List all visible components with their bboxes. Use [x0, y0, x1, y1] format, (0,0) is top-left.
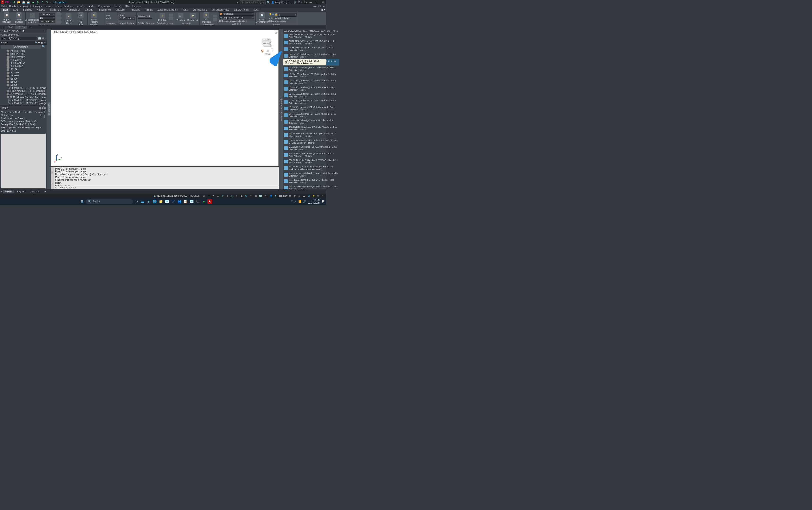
taskbar-app-icon[interactable]: 📞 — [195, 199, 200, 204]
command-input[interactable]: ▸_Befehl eingeben — [54, 186, 279, 189]
layout-modell[interactable]: Modell — [3, 190, 14, 193]
minimize-button[interactable]: — — [308, 1, 313, 3]
tree-node[interactable]: Sch 80 CPVC — [0, 62, 47, 65]
reload-icon[interactable]: ↻ — [44, 41, 46, 44]
palette-item[interactable]: LD-HV 150,Undefined_ET (SuCri Module 1 -… — [283, 92, 339, 99]
ribbon-tab-stahlbau[interactable]: Stahlbau — [21, 8, 34, 11]
ribbon-tab-express[interactable]: Express Tools — [191, 8, 209, 11]
viewport-config[interactable]: ▦ Einzelnes Ansichtsfenster ▾ — [219, 20, 255, 22]
menu-einfuegen[interactable]: Einfügen — [33, 5, 42, 7]
compass-icon[interactable]: ⊕ — [106, 15, 108, 17]
status-customize-icon[interactable]: ≡ — [321, 194, 325, 197]
status-grid-icon[interactable]: ⊞ — [202, 194, 206, 197]
cart-icon[interactable]: 🛒 — [294, 1, 297, 3]
menu-zeichnen[interactable]: Zeichnen — [64, 5, 74, 7]
zoom-in-icon[interactable]: 🔍 — [35, 41, 37, 44]
app-switcher-icon[interactable]: Ⓐ ▾ — [298, 0, 302, 4]
menu-express[interactable]: Express — [132, 5, 141, 7]
tree-node[interactable]: PN15CM1S01 — [0, 56, 47, 59]
pcf-zu-rohr-button[interactable]: PCFPCF zu Rohr — [75, 12, 86, 26]
menu-bearbeiten[interactable]: Bearbeiten — [9, 5, 21, 7]
palette-item[interactable]: LD-HV 200,Undefined_ET (SuCri Module 1 -… — [283, 99, 339, 105]
tree-node[interactable]: SuCri Module 1 - BE 2_3 Extension — [0, 92, 47, 96]
new-icon[interactable]: 🗋 — [12, 0, 16, 4]
project-tree[interactable]: PN09SP1S01PN15CL1S01PN15CM1S01Sch 40 PVC… — [0, 49, 47, 105]
tree-node[interactable]: SS150 — [0, 68, 47, 71]
layout-2[interactable]: Layout2 — [29, 190, 42, 193]
status-gizmo-icon[interactable]: ✦ — [263, 194, 267, 197]
print-icon[interactable]: 🖶 — [36, 0, 39, 4]
tree-node[interactable]: Sch 40 PVC — [0, 59, 47, 62]
status-clean-icon[interactable]: ▭ — [316, 194, 320, 197]
ribbon-tab-analyse[interactable]: Analyse — [35, 8, 48, 11]
status-btn[interactable]: ▾ — [211, 194, 215, 197]
ribbon-tab-addins[interactable]: Add-ins — [143, 8, 154, 11]
status-3dosnap-icon[interactable]: ◊ — [235, 194, 239, 197]
spotify-icon[interactable]: ● — [201, 199, 206, 204]
panel-kompass-label[interactable]: Kompass ▾ — [106, 22, 117, 24]
menu-bemassen[interactable]: Bemaßen — [76, 5, 86, 7]
combo-unbenannt[interactable]: Unbenannt▾ — [39, 13, 55, 16]
layout-add-button[interactable]: + — [42, 190, 49, 193]
autocad-icon[interactable]: A — [207, 199, 212, 204]
open-icon[interactable]: 📂 — [17, 0, 21, 4]
status-scale-icon[interactable]: 1:1▾ — [283, 194, 287, 197]
status-btn[interactable]: ⊞ — [307, 194, 311, 197]
tree-node[interactable]: PN15CL1S01 — [0, 53, 47, 56]
tray-network-icon[interactable]: 📶 — [298, 200, 301, 203]
tree-node[interactable]: SS1500 — [0, 71, 47, 74]
ribbon-tab-modellieren[interactable]: Modellieren — [48, 8, 64, 11]
current-project-dropdown[interactable]: Internal_Training — [1, 36, 37, 40]
palette-item[interactable]: LR-H 20,Undefined_ET (SuCri Module 1 - S… — [283, 118, 339, 125]
ribbon-small-icon[interactable] — [56, 12, 61, 16]
tree-node[interactable]: PN09SP1S01 — [0, 50, 47, 53]
palette-item[interactable]: LC-HV 150,Undefined_ET (SuCri Module 1 -… — [283, 72, 339, 79]
filetab-001[interactable]: 001* × — [16, 26, 27, 29]
leitungsverlauf-button[interactable]: 〰Leitungsverlauf erstellen — [27, 12, 38, 23]
alle-anzeigen-button[interactable]: 👁Alle anzeigen — [201, 12, 212, 23]
ribbon-tab-lisega[interactable]: LISEGA Tools — [232, 8, 251, 11]
taskbar-search[interactable]: 🔍Suche — [86, 199, 133, 204]
tree-icon[interactable]: ☰ — [38, 41, 40, 44]
palette-item[interactable]: LA-HV 90,Undefined_ET (SuCri Module 1 - … — [283, 66, 339, 72]
status-hw-icon[interactable]: ⚡ — [312, 194, 315, 197]
ribbon-small-icon[interactable] — [56, 20, 61, 24]
ribbon-small-icon[interactable] — [169, 17, 173, 20]
filetab-menu-icon[interactable]: ≡ — [1, 26, 5, 29]
tray-volume-icon[interactable]: 🔊 — [303, 200, 306, 203]
layer-combo[interactable]: 0▾ — [278, 13, 297, 17]
palette-item[interactable]: LD-HV 90,Undefined_ET (SuCri Module 1 - … — [283, 105, 339, 112]
palette-item[interactable]: BG61 T100-1/2",Undefined_ET (SuCri Modul… — [283, 39, 339, 46]
status-btn[interactable]: ✚ — [293, 194, 296, 197]
palette-list[interactable]: BG60 T100-1/2",Undefined_ET (SuCri Modul… — [283, 33, 339, 189]
ribbon-tab-verwalten[interactable]: Verwalten — [114, 8, 128, 11]
qat-dropdown-icon[interactable]: ▾ — [10, 1, 11, 3]
layer-eigenschaften-button[interactable]: 📑Layer- Eigenschaften — [257, 12, 268, 23]
wks-badge[interactable]: WKS — [264, 53, 271, 55]
ribbon-small-icon[interactable] — [169, 14, 173, 17]
viewcube[interactable]: OBEN VORNE RECHTS — [257, 35, 273, 49]
ribbon-tab-visualisieren[interactable]: Visualisieren — [65, 8, 82, 11]
palette-item[interactable]: FR-H 20,Undefined_ET (SuCri Module 1 - S… — [283, 46, 339, 52]
cmd-close-icon[interactable]: ✕ — [51, 171, 53, 173]
combo-visualstyle[interactable]: 🎨 Konzeptuell▾ — [219, 12, 255, 16]
linie-zu-rohr-button[interactable]: ╱Linie zu Rohr — [63, 13, 74, 24]
status-ann-icon[interactable]: 🅰 — [279, 194, 282, 197]
vtab-isometrische[interactable]: Isometrische DWG — [39, 101, 41, 118]
chrome-icon[interactable]: 🌐 — [152, 199, 157, 204]
ortho-ansicht-button[interactable]: ⊞Ortho-Ansicht erstellen — [88, 12, 100, 26]
taskbar-app-icon[interactable]: 📋 — [183, 199, 188, 204]
help-icon[interactable]: ? ▾ — [304, 1, 307, 3]
help-search-input[interactable] — [239, 0, 266, 4]
menu-format[interactable]: Format — [45, 5, 52, 7]
ribbon-small-icon[interactable] — [213, 18, 217, 21]
qat-dd-icon[interactable]: ▾ — [50, 1, 52, 3]
ribbon-collapse-icon[interactable]: ▣ ▾ — [321, 8, 325, 11]
tray-chevron-icon[interactable]: ^ — [291, 200, 292, 203]
apparat-umwandeln-button[interactable]: ⇄Umwandeln — [187, 13, 199, 21]
home-icon[interactable]: 🏠 — [261, 49, 264, 53]
tray-onedrive-icon[interactable]: ☁ — [294, 200, 296, 203]
status-osnap-icon[interactable]: ◻ — [230, 194, 234, 197]
palette-item[interactable]: STABIL D3G SILICON,Undefined_ET (SuCri M… — [283, 138, 339, 145]
close-button[interactable]: ✕ — [321, 1, 325, 3]
